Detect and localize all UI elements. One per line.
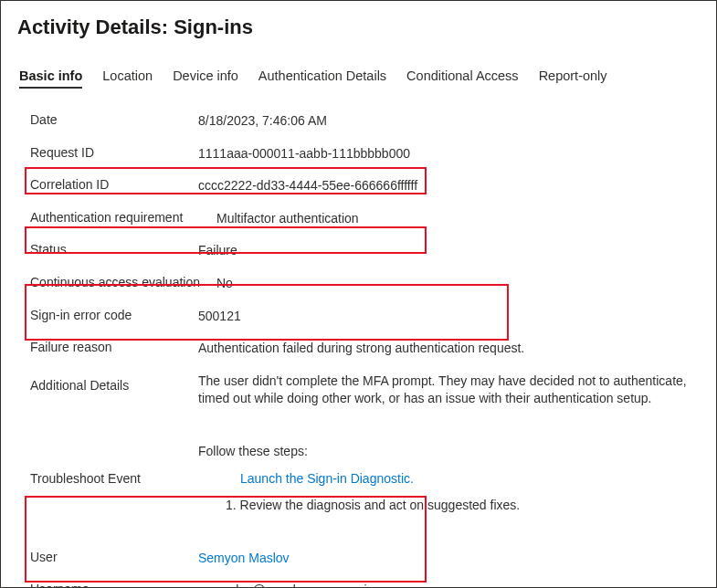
row-auth-requirement: Authentication requirement Multifactor a… [30, 203, 700, 236]
row-username: Username semaslov@woodgrovegroceries.com [30, 574, 700, 588]
row-error-code: Sign-in error code 500121 [30, 300, 700, 333]
launch-signin-diagnostic-link[interactable]: Launch the Sign-in Diagnostic. [240, 470, 700, 488]
tab-location[interactable]: Location [102, 68, 153, 89]
activity-details-panel: Activity Details: Sign-ins Basic info Lo… [0, 0, 717, 588]
tab-device-info[interactable]: Device info [173, 68, 238, 89]
label-user: User [30, 550, 198, 564]
row-user: User Semyon Maslov [30, 542, 700, 575]
row-cae: Continuous access evaluation No [30, 268, 700, 300]
row-status: Status Failure [30, 235, 700, 268]
label-date: Date [30, 112, 198, 127]
page-title: Activity Details: Sign-ins [17, 16, 700, 39]
value-troubleshoot: Follow these steps: Launch the Sign-in D… [198, 443, 700, 515]
row-correlation-id: Correlation ID cccc2222-dd33-4444-55ee-6… [30, 170, 700, 203]
value-user-link[interactable]: Semyon Maslov [198, 550, 700, 568]
label-cae: Continuous access evaluation [30, 275, 216, 289]
value-failure-reason: Authentication failed during strong auth… [198, 340, 700, 358]
label-correlation-id: Correlation ID [30, 177, 198, 192]
value-error-code: 500121 [198, 308, 700, 326]
value-additional-details: The user didn't complete the MFA prompt.… [198, 373, 700, 408]
label-troubleshoot: Troubleshoot Event [30, 471, 198, 486]
label-additional-details: Additional Details [30, 373, 198, 393]
value-date: 8/18/2023, 7:46:06 AM [198, 112, 700, 131]
tab-basic-info[interactable]: Basic info [19, 68, 82, 89]
tab-conditional-access[interactable]: Conditional Access [406, 68, 519, 89]
value-cae: No [216, 275, 700, 293]
value-correlation-id: cccc2222-dd33-4444-55ee-666666ffffff [198, 177, 700, 195]
troubleshoot-step-1: 1. Review the diagnosis and act on sugge… [226, 497, 700, 515]
tab-bar: Basic info Location Device info Authenti… [17, 68, 700, 89]
details-table: Date 8/18/2023, 7:46:06 AM Request ID 11… [17, 105, 700, 588]
row-request-id: Request ID 1111aaa-000011-aabb-111bbbbb0… [30, 138, 700, 171]
tab-authentication-details[interactable]: Authentication Details [258, 68, 386, 89]
value-username: semaslov@woodgrovegroceries.com [198, 582, 700, 588]
row-failure-reason: Failure reason Authentication failed dur… [30, 332, 700, 365]
label-request-id: Request ID [30, 145, 198, 160]
tab-report-only[interactable]: Report-only [539, 68, 607, 89]
label-status: Status [30, 242, 198, 257]
label-failure-reason: Failure reason [30, 340, 198, 354]
value-request-id: 1111aaa-000011-aabb-111bbbbb000 [198, 145, 700, 163]
label-auth-requirement: Authentication requirement [30, 210, 216, 225]
troubleshoot-follow-text: Follow these steps: [198, 443, 700, 461]
label-error-code: Sign-in error code [30, 308, 198, 322]
row-troubleshoot: Troubleshoot Event Follow these steps: L… [30, 436, 700, 522]
value-status: Failure [198, 242, 700, 260]
label-username: Username [30, 582, 198, 588]
row-date: Date 8/18/2023, 7:46:06 AM [30, 105, 700, 138]
row-additional-details: Additional Details The user didn't compl… [30, 365, 700, 415]
value-auth-requirement: Multifactor authentication [216, 210, 700, 228]
